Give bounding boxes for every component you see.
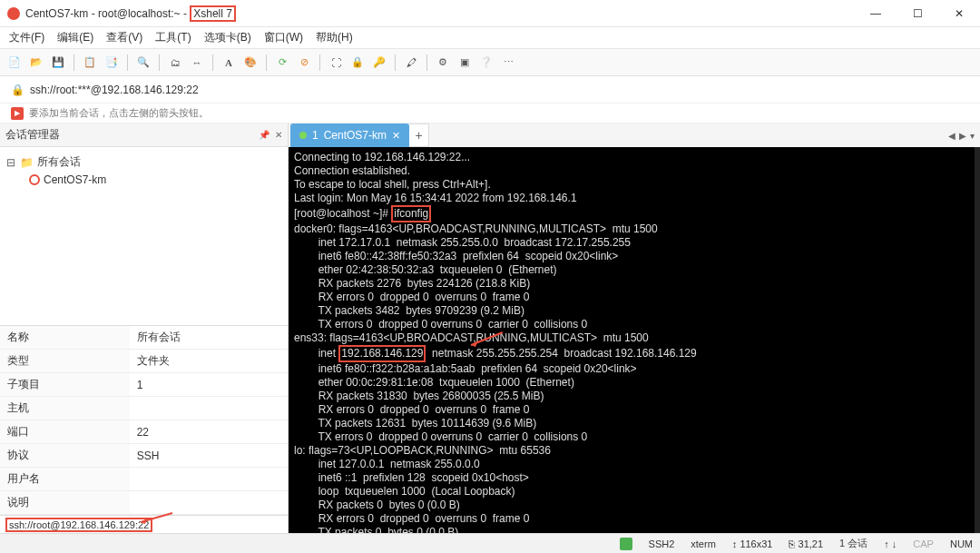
key-button[interactable]: 🔑 [370, 54, 388, 72]
menu-item[interactable]: 窗口(W) [264, 30, 303, 45]
title-app: Xshell 7 [190, 5, 236, 22]
tree-session-item[interactable]: CentOS7-km [4, 172, 284, 188]
terminal[interactable]: Connecting to 192.168.146.129:22... Conn… [289, 147, 980, 533]
lock-icon: 🔒 [11, 84, 24, 96]
close-button[interactable]: ✕ [938, 0, 980, 27]
connection-icon [29, 174, 40, 185]
session-tree[interactable]: ⊟ 📁 所有会话 CentOS7-km [0, 147, 288, 325]
status-sessions: 1 会话 [839, 537, 867, 550]
address-bar[interactable]: 🔒 ssh://root:***@192.168.146.129:22 [0, 76, 980, 104]
terminal-button[interactable]: ▣ [456, 54, 474, 72]
tab-close-button[interactable]: ✕ [392, 130, 400, 142]
status-cap: CAP [913, 538, 934, 549]
new-session-button[interactable]: 📄 [5, 54, 24, 72]
content-area: 1 CentOS7-km ✕ + ◀ ▶ ▾ Connecting to 192… [289, 123, 980, 533]
property-value: 文件夹 [130, 350, 288, 373]
reconnect-button[interactable]: ⟳ [273, 54, 291, 72]
font-button[interactable]: A [220, 54, 238, 72]
collapse-icon[interactable]: ⊟ [5, 156, 16, 169]
menu-item[interactable]: 选项卡(B) [204, 30, 251, 45]
property-row: 名称所有会话 [0, 326, 288, 350]
menu-item[interactable]: 文件(F) [9, 30, 44, 45]
tab-index: 1 [312, 129, 318, 142]
title-session: CentOS7-km [25, 7, 88, 20]
tree-root[interactable]: ⊟ 📁 所有会话 [4, 153, 284, 172]
open-button[interactable]: 📂 [27, 54, 45, 72]
property-row: 主机 [0, 397, 288, 420]
property-value: SSH [130, 444, 288, 468]
address-url: ssh://root:***@192.168.146.129:22 [30, 84, 199, 96]
menu-item[interactable]: 帮助(H) [316, 30, 353, 45]
property-key: 类型 [0, 350, 130, 373]
footer-url-text: ssh://root@192.168.146.129:22 [5, 518, 152, 532]
maximize-button[interactable]: ☐ [897, 0, 938, 27]
status-num: NUM [950, 538, 973, 549]
property-key: 协议 [0, 444, 130, 468]
status-term: xterm [691, 538, 716, 549]
tab-menu-button[interactable]: ▾ [970, 131, 975, 141]
annotation-ifconfig: ifconfig [391, 205, 431, 222]
status-net: ↑ ↓ [884, 538, 897, 549]
fullscreen-button[interactable]: ⛶ [327, 54, 345, 72]
property-value [130, 491, 288, 515]
separator [395, 54, 396, 71]
color-button[interactable]: 🎨 [241, 54, 260, 72]
copy-button[interactable]: 📋 [81, 54, 99, 72]
lock-button[interactable]: 🔒 [348, 54, 367, 72]
status-pos: ⎘ 31,21 [789, 538, 823, 549]
transfer-button[interactable]: ↔ [188, 54, 206, 72]
tab-session[interactable]: 1 CentOS7-km ✕ [290, 123, 409, 147]
property-row: 端口22 [0, 420, 288, 444]
hint-bar: ▶ 要添加当前会话，点击左侧的箭头按钮。 [0, 104, 980, 123]
tab-label: CentOS7-km [324, 129, 387, 142]
session-button[interactable]: 🗂 [166, 54, 184, 72]
more-button[interactable]: ⋯ [499, 54, 517, 72]
add-tab-button[interactable]: + [409, 123, 429, 147]
highlight-button[interactable]: 🖍 [402, 54, 420, 72]
session-manager-header: 会话管理器 📌 ✕ [0, 123, 288, 147]
property-row: 类型文件夹 [0, 350, 288, 373]
separator [127, 54, 128, 71]
property-key: 说明 [0, 491, 130, 515]
separator [159, 54, 160, 71]
tab-next-button[interactable]: ▶ [959, 131, 966, 141]
property-row: 子项目1 [0, 373, 288, 397]
app-icon [7, 7, 20, 20]
status-size: ↕ 116x31 [732, 538, 773, 549]
panel-close-button[interactable]: ✕ [275, 130, 282, 140]
window-title: CentOS7-km - root@localhost:~ - Xshell 7 [25, 7, 236, 20]
menu-item[interactable]: 编辑(E) [57, 30, 93, 45]
title-userhost: root@localhost:~ [98, 7, 181, 20]
toolbar: 📄 📂 💾 📋 📑 🔍 🗂 ↔ A 🎨 ⟳ ⊘ ⛶ 🔒 🔑 🖍 ⚙ ▣ ❔ ⋯ [0, 49, 980, 76]
session-properties: 名称所有会话类型文件夹子项目1主机端口22协议SSH用户名说明 [0, 325, 288, 515]
property-row: 用户名 [0, 468, 288, 491]
paste-button[interactable]: 📑 [103, 54, 121, 72]
ssh-icon [620, 538, 632, 550]
property-key: 端口 [0, 420, 130, 444]
menu-item[interactable]: 工具(T) [155, 30, 191, 45]
tab-prev-button[interactable]: ◀ [948, 131, 956, 141]
property-key: 主机 [0, 397, 130, 420]
property-key: 名称 [0, 326, 130, 350]
play-icon[interactable]: ▶ [11, 107, 24, 120]
save-button[interactable]: 💾 [49, 54, 67, 72]
separator [212, 54, 213, 71]
session-manager-panel: 会话管理器 📌 ✕ ⊟ 📁 所有会话 CentOS7-km 名称所有会话类型文件… [0, 123, 289, 533]
menu-item[interactable]: 查看(V) [106, 30, 142, 45]
disconnect-button[interactable]: ⊘ [295, 54, 313, 72]
status-ssh: SSH2 [649, 538, 675, 549]
help-button[interactable]: ❔ [477, 54, 495, 72]
folder-icon: 📁 [20, 156, 34, 169]
property-key: 子项目 [0, 373, 130, 397]
menu-bar: 文件(F)编辑(E)查看(V)工具(T)选项卡(B)窗口(W)帮助(H) [0, 27, 980, 49]
property-key: 用户名 [0, 468, 130, 491]
tree-session-label: CentOS7-km [44, 173, 106, 186]
minimize-button[interactable]: — [855, 0, 897, 27]
pin-icon[interactable]: 📌 [259, 130, 270, 140]
footer-url: ssh://root@192.168.146.129:22 [0, 515, 288, 533]
property-row: 说明 [0, 491, 288, 515]
settings-button[interactable]: ⚙ [434, 54, 452, 72]
annotation-ip: 192.168.146.129 [338, 345, 426, 362]
property-value [130, 468, 288, 491]
search-button[interactable]: 🔍 [134, 54, 152, 72]
